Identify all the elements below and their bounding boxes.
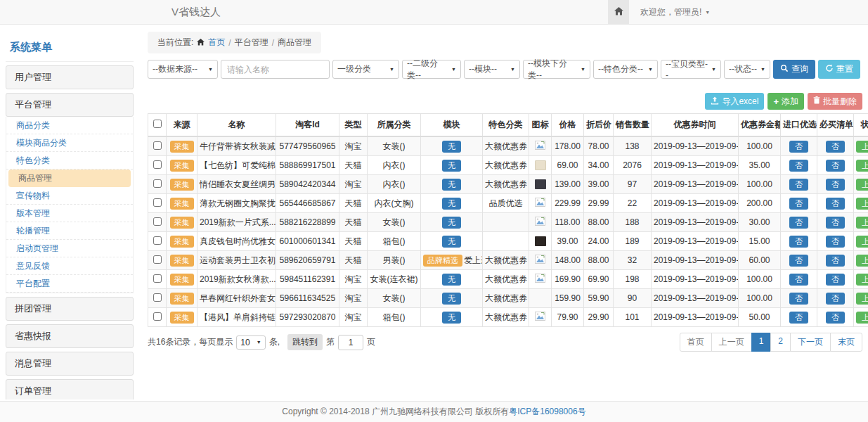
status-select[interactable]: --状态--▼ xyxy=(724,60,770,79)
must-buy-toggle[interactable]: 否 xyxy=(826,293,845,305)
sidebar-item-splash-page-management[interactable]: 启动页管理 xyxy=(6,240,133,257)
cell-price: 169.90 xyxy=(552,270,584,289)
must-buy-toggle[interactable]: 否 xyxy=(826,160,845,172)
add-button[interactable]: + 添加 xyxy=(767,93,804,110)
import-select-toggle[interactable]: 否 xyxy=(789,236,808,248)
row-checkbox[interactable] xyxy=(153,236,162,245)
sidebar-item-goods-management[interactable]: 商品管理 xyxy=(8,170,131,187)
module-select-value: --模块-- xyxy=(469,63,497,75)
must-buy-toggle[interactable]: 否 xyxy=(826,255,845,267)
sidebar-item-group-buy-management[interactable]: 拼团管理 xyxy=(6,297,134,321)
page-2[interactable]: 2 xyxy=(770,333,791,352)
row-checkbox[interactable] xyxy=(153,274,162,283)
must-buy-toggle[interactable]: 否 xyxy=(826,217,845,229)
level1-category-select[interactable]: 一级分类▼ xyxy=(332,60,399,79)
copyright-text: Copyright © 2014-2018 广州九驰网络科技有限公司 版权所有 xyxy=(282,406,509,418)
next-page[interactable]: 下一页 xyxy=(790,333,831,352)
sidebar-item-carousel-management[interactable]: 轮播管理 xyxy=(6,222,133,240)
jump-page-input[interactable] xyxy=(338,335,363,350)
cell-type: 淘宝 xyxy=(339,289,368,308)
status-button[interactable]: 上架 xyxy=(856,160,868,172)
status-button[interactable]: 上架 xyxy=(856,274,868,286)
cell-import-select: 否 xyxy=(781,136,817,156)
status-button[interactable]: 上架 xyxy=(856,293,868,305)
sidebar-item-order-management[interactable]: 订单管理 xyxy=(6,379,134,399)
upload-icon xyxy=(711,96,719,107)
first-page[interactable]: 首页 xyxy=(680,333,712,352)
cell-checkbox xyxy=(148,156,167,175)
must-buy-toggle[interactable]: 否 xyxy=(826,198,845,210)
source-badge: 采集 xyxy=(170,312,194,324)
status-button[interactable]: 上架 xyxy=(856,217,868,229)
table-row: 采集【七色纺】可爱纯棉家...588869917501天猫内衣()无大额优惠券6… xyxy=(148,156,868,175)
sidebar-item-platform-management[interactable]: 平台管理 xyxy=(6,93,134,117)
row-checkbox[interactable] xyxy=(153,293,162,302)
import-select-toggle[interactable]: 否 xyxy=(789,217,808,229)
row-checkbox[interactable] xyxy=(153,141,162,150)
import-excel-label: 导入excel xyxy=(722,96,758,108)
sidebar-item-user-management[interactable]: 用户管理 xyxy=(6,65,134,89)
sidebar-item-feedback[interactable]: 意见反馈 xyxy=(6,257,133,275)
must-buy-toggle[interactable]: 否 xyxy=(826,274,845,286)
row-checkbox[interactable] xyxy=(153,255,162,264)
import-select-toggle[interactable]: 否 xyxy=(789,274,808,286)
must-buy-toggle[interactable]: 否 xyxy=(826,312,845,324)
feature-category-select[interactable]: --特色分类--▼ xyxy=(593,60,658,79)
must-buy-toggle[interactable]: 否 xyxy=(826,179,845,191)
search-button[interactable]: 查询 xyxy=(773,60,815,79)
page-1[interactable]: 1 xyxy=(751,333,772,352)
batch-delete-button[interactable]: 批量删除 xyxy=(808,93,862,110)
status-button[interactable]: 上架 xyxy=(856,179,868,191)
row-checkbox[interactable] xyxy=(153,160,162,169)
page-size-select[interactable]: 10 ▼ xyxy=(236,335,265,350)
import-select-toggle[interactable]: 否 xyxy=(789,141,808,153)
row-checkbox[interactable] xyxy=(153,179,162,188)
cell-category: 女装(连衣裙) xyxy=(368,270,421,289)
must-buy-toggle[interactable]: 否 xyxy=(826,141,845,153)
data-source-select[interactable]: --数据来源--▼ xyxy=(148,60,218,79)
import-select-toggle[interactable]: 否 xyxy=(789,198,808,210)
last-page[interactable]: 末页 xyxy=(830,333,862,352)
reset-button[interactable]: 重置 xyxy=(818,60,860,79)
jump-button[interactable]: 跳转到 xyxy=(287,334,323,350)
status-button[interactable]: 上架 xyxy=(856,198,868,210)
status-button[interactable]: 上架 xyxy=(856,255,868,267)
import-select-toggle[interactable]: 否 xyxy=(789,255,808,267)
filter-bar: --数据来源--▼一级分类▼--二级分类--▼--模块--▼--模块下分类--▼… xyxy=(148,60,862,79)
sidebar-item-discount-news[interactable]: 省惠快报 xyxy=(6,324,134,348)
import-select-toggle[interactable]: 否 xyxy=(789,179,808,191)
sidebar-item-platform-config[interactable]: 平台配置 xyxy=(6,275,133,293)
row-checkbox[interactable] xyxy=(153,217,162,226)
sidebar-item-message-management[interactable]: 消息管理 xyxy=(6,352,134,376)
prev-page[interactable]: 上一页 xyxy=(711,333,752,352)
row-checkbox[interactable] xyxy=(153,198,162,207)
name-search-input[interactable] xyxy=(221,60,330,79)
item-type-select[interactable]: --宝贝类型--▼ xyxy=(661,60,721,79)
import-excel-button[interactable]: 导入excel xyxy=(705,93,764,110)
level2-category-select[interactable]: --二级分类--▼ xyxy=(402,60,461,79)
sidebar-item-feature-category[interactable]: 特色分类 xyxy=(6,152,133,170)
import-select-toggle[interactable]: 否 xyxy=(789,160,808,172)
must-buy-toggle[interactable]: 否 xyxy=(826,236,845,248)
status-button[interactable]: 上架 xyxy=(856,236,868,248)
user-menu[interactable]: 欢迎您，管理员! ▼ xyxy=(640,6,710,18)
breadcrumb-home-link[interactable]: 首页 xyxy=(208,37,225,49)
sidebar-item-goods-category[interactable]: 商品分类 xyxy=(6,117,133,134)
select-all-checkbox[interactable] xyxy=(153,120,162,128)
status-button[interactable]: 上架 xyxy=(856,312,868,324)
sidebar-item-promo-materials[interactable]: 宣传物料 xyxy=(6,187,133,205)
cell-price: 39.00 xyxy=(552,232,584,251)
import-select-toggle[interactable]: 否 xyxy=(789,293,808,305)
module-select[interactable]: --模块--▼ xyxy=(464,60,520,79)
import-select-toggle[interactable]: 否 xyxy=(789,312,808,324)
status-button[interactable]: 上架 xyxy=(856,141,868,153)
home-button[interactable] xyxy=(608,0,629,24)
icp-link[interactable]: 粤ICP备16098006号 xyxy=(509,406,585,418)
cell-name: 2019新款一片式系... xyxy=(197,213,276,232)
row-checkbox[interactable] xyxy=(153,312,162,321)
sidebar-item-module-goods-category[interactable]: 模块商品分类 xyxy=(6,134,133,152)
sidebar-item-version-management[interactable]: 版本管理 xyxy=(6,205,133,222)
level2-category-select-value: --二级分类-- xyxy=(407,58,448,82)
jump-prefix: 第 xyxy=(326,336,335,348)
module-subcategory-select[interactable]: --模块下分类--▼ xyxy=(523,60,590,79)
